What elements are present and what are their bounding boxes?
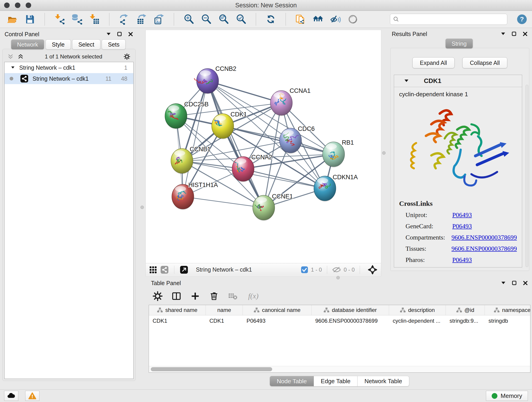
left-splitter-handle[interactable] bbox=[140, 206, 144, 209]
tab-edge-table[interactable]: Edge Table bbox=[314, 376, 358, 386]
help-icon[interactable]: ? bbox=[516, 14, 527, 25]
panel-menu-icon[interactable] bbox=[106, 32, 111, 37]
zoom-in-icon[interactable] bbox=[183, 14, 194, 25]
right-splitter-handle[interactable] bbox=[382, 151, 386, 155]
search-input[interactable] bbox=[402, 16, 504, 23]
float-panel-icon[interactable] bbox=[511, 31, 517, 37]
network-edge[interactable] bbox=[208, 81, 264, 208]
crosslink-link[interactable]: P06493 bbox=[452, 223, 472, 230]
collection-caret-icon[interactable] bbox=[11, 65, 15, 70]
export-table-icon[interactable] bbox=[136, 14, 147, 25]
network-node[interactable] bbox=[165, 104, 187, 129]
table-cell[interactable]: P06493 bbox=[243, 315, 312, 326]
column-header[interactable]: canonical name bbox=[243, 305, 312, 315]
table-row[interactable]: CDK1CDK1P064939606.ENSP00000378699cyclin… bbox=[149, 315, 530, 326]
clone-network-icon[interactable] bbox=[295, 14, 306, 25]
import-network-icon[interactable] bbox=[54, 14, 65, 25]
zoom-selected-icon[interactable] bbox=[235, 14, 247, 25]
expand-all-button[interactable]: Expand All bbox=[412, 57, 455, 68]
collapse-all-networks-icon[interactable] bbox=[7, 54, 13, 60]
refresh-icon[interactable] bbox=[265, 14, 276, 25]
detach-view-icon[interactable] bbox=[180, 266, 188, 274]
network-canvas[interactable]: CCNB2CCNA1CDC25BCDK1CDC6RB1CCNB1CCNA2CDK… bbox=[146, 30, 381, 263]
gene-caret-icon[interactable] bbox=[404, 78, 409, 84]
network-edge[interactable] bbox=[183, 81, 208, 197]
show-graphics-icon[interactable] bbox=[347, 14, 358, 25]
hidden-eye-icon[interactable] bbox=[332, 267, 341, 273]
overview-icon[interactable] bbox=[312, 14, 323, 25]
collapse-all-button[interactable]: Collapse All bbox=[462, 57, 507, 68]
column-header[interactable]: name bbox=[206, 305, 243, 315]
table-cell[interactable]: stringdb bbox=[485, 315, 530, 326]
network-options-gear-icon[interactable] bbox=[123, 53, 130, 60]
column-header[interactable]: description bbox=[389, 305, 446, 315]
birds-eye-view-icon[interactable] bbox=[367, 264, 378, 275]
network-node[interactable] bbox=[323, 142, 345, 167]
close-panel-icon[interactable] bbox=[128, 32, 133, 37]
close-panel-icon[interactable] bbox=[523, 280, 528, 286]
crosslink-link[interactable]: P06493 bbox=[452, 211, 472, 219]
tab-select[interactable]: Select bbox=[72, 39, 100, 50]
hide-selected-icon[interactable] bbox=[330, 14, 341, 25]
network-name: String Network – cdk1 bbox=[32, 75, 89, 82]
network-edge[interactable] bbox=[183, 197, 264, 208]
tab-sets[interactable]: Sets bbox=[102, 39, 126, 50]
tile-windows-icon[interactable] bbox=[149, 266, 157, 274]
crosslink-link[interactable]: 9606.ENSP00000378699 bbox=[452, 234, 517, 241]
panel-menu-icon[interactable] bbox=[500, 280, 506, 286]
tab-network-table[interactable]: Network Table bbox=[357, 376, 409, 386]
tab-node-table[interactable]: Node Table bbox=[270, 376, 314, 386]
tab-string[interactable]: String bbox=[445, 38, 473, 49]
float-panel-icon[interactable] bbox=[512, 280, 517, 286]
results-vertical-scrollbar[interactable] bbox=[526, 85, 528, 267]
save-session-icon[interactable] bbox=[24, 14, 35, 25]
network-node[interactable] bbox=[194, 69, 219, 94]
create-column-icon[interactable] bbox=[190, 291, 201, 301]
maximize-window-icon[interactable] bbox=[26, 2, 31, 8]
network-row[interactable]: String Network – cdk1 11 48 bbox=[5, 73, 133, 84]
float-panel-icon[interactable] bbox=[117, 32, 122, 37]
scrollbar-thumb[interactable] bbox=[151, 367, 272, 371]
table-cell[interactable]: CDK1 bbox=[206, 315, 243, 326]
close-panel-icon[interactable] bbox=[522, 31, 528, 37]
column-header[interactable]: database identifier bbox=[312, 305, 389, 315]
table-cell[interactable]: CDK1 bbox=[149, 315, 206, 326]
crosslink-link[interactable]: P06493 bbox=[452, 256, 472, 264]
crosslink-link[interactable]: 9606.ENSP00000378699 bbox=[452, 245, 517, 252]
network-node[interactable] bbox=[232, 157, 254, 182]
column-header[interactable]: @id bbox=[446, 305, 485, 315]
network-node[interactable] bbox=[253, 195, 275, 221]
zoom-fit-icon[interactable] bbox=[218, 14, 229, 25]
string-app-icon[interactable] bbox=[160, 266, 169, 274]
tab-network[interactable]: Network bbox=[11, 39, 44, 50]
panel-menu-icon[interactable] bbox=[500, 31, 506, 37]
import-database-icon[interactable] bbox=[71, 14, 82, 25]
export-image-icon[interactable] bbox=[153, 14, 165, 25]
gene-section-header[interactable]: CDK1 bbox=[394, 75, 522, 87]
table-cell[interactable]: 9606.ENSP00000378699 bbox=[312, 315, 389, 326]
zoom-out-icon[interactable] bbox=[201, 14, 212, 25]
warnings-button[interactable] bbox=[25, 391, 39, 401]
table-options-gear-icon[interactable] bbox=[152, 291, 163, 301]
column-header[interactable]: shared name bbox=[149, 305, 206, 315]
open-session-icon[interactable] bbox=[7, 14, 18, 25]
table-horizontal-scrollbar[interactable] bbox=[149, 366, 530, 372]
memory-button[interactable]: Memory bbox=[486, 391, 528, 401]
close-window-icon[interactable] bbox=[4, 2, 10, 8]
column-header[interactable]: namespace bbox=[485, 305, 530, 315]
network-collection-row[interactable]: String Network – cdk1 1 bbox=[5, 62, 133, 73]
show-columns-icon[interactable] bbox=[171, 291, 182, 301]
table-cell[interactable]: cyclin-dependent ... bbox=[389, 315, 446, 326]
selected-checkbox-icon[interactable] bbox=[301, 266, 308, 274]
cloud-button[interactable] bbox=[4, 391, 18, 401]
search-box[interactable] bbox=[390, 14, 507, 25]
network-node[interactable] bbox=[270, 90, 292, 116]
network-edge[interactable] bbox=[208, 81, 281, 103]
minimize-window-icon[interactable] bbox=[15, 2, 20, 8]
tab-style[interactable]: Style bbox=[46, 39, 71, 50]
expand-all-networks-icon[interactable] bbox=[18, 54, 24, 60]
table-cell[interactable]: stringdb:9... bbox=[446, 315, 485, 326]
delete-column-icon[interactable] bbox=[209, 291, 219, 301]
export-network-icon[interactable] bbox=[119, 14, 130, 25]
import-table-icon[interactable] bbox=[89, 14, 100, 25]
